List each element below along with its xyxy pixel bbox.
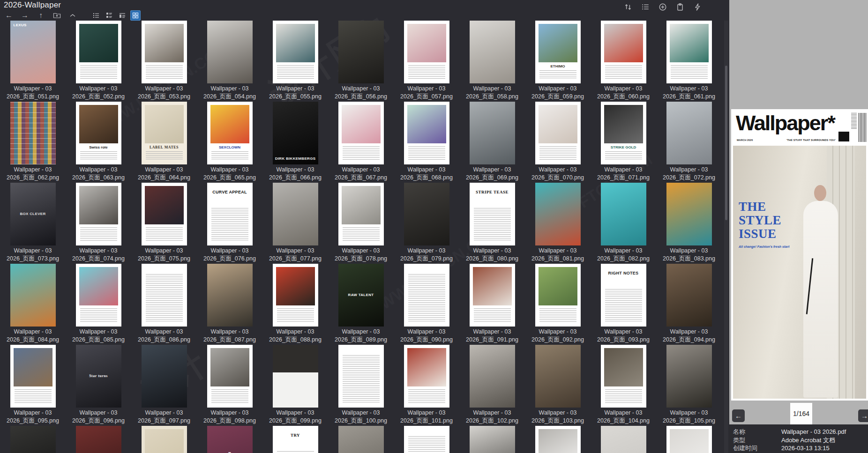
grid-item[interactable]: Wallpaper - 032026_页面_060.png [591,21,656,102]
grid-item[interactable]: Wallpaper - 032026_页面_107.png [66,426,131,453]
grid-item[interactable]: Wallpaper - 032026_页面_070.png [525,102,591,183]
file-name-line1: Wallpaper - 03 [132,409,196,417]
quick-actions-icon[interactable] [693,2,702,12]
grid-item[interactable]: Wallpaper - 032026_页面_068.png [394,102,459,183]
thumbnail-caption: TRY [274,433,317,438]
grid-item[interactable]: Wallpaper - 032026_页面_087.png [197,264,262,345]
grid-item[interactable]: Star turnsWallpaper - 032026_页面_096.png [66,345,131,426]
grid-item[interactable]: CURVE APPEALWallpaper - 032026_页面_076.pn… [197,183,262,264]
grid-item[interactable]: Wallpaper - 032026_页面_072.png [656,102,722,183]
grid-item[interactable]: SEXCLOWNWallpaper - 032026_页面_065.png [197,102,262,183]
grid-item[interactable]: Wallpaper - 032026_页面_055.png [262,21,328,102]
forward-button[interactable]: → [20,11,30,20]
grid-item[interactable]: Wallpaper - 032026_页面_062.png [0,102,66,183]
grid-item[interactable]: Wallpaper - 032026_页面_084.png [0,264,66,345]
grid-item[interactable]: Wallpaper - 032026_页面_079.png [394,183,459,264]
grid-item[interactable]: Wallpaper - 032026_页面_103.png [525,345,591,426]
grid-item[interactable]: Wallpaper - 032026_页面_091.png [459,264,525,345]
grid-item[interactable]: Wallpaper - 032026_页面_054.png [197,21,262,102]
grid-item[interactable]: BOX CLEVERWallpaper - 032026_页面_073.png [0,183,66,264]
grid-item[interactable]: Wallpaper - 032026_页面_092.png [525,264,591,345]
grid-item[interactable]: Wallpaper - 032026_页面_074.png [66,183,131,264]
grid-item[interactable]: Wallpaper - 032026_页面_083.png [656,183,722,264]
grid-item[interactable]: Wallpaper - 032026_页面_056.png [328,21,394,102]
grid-item[interactable]: STRIPE TEASEWallpaper - 032026_页面_080.pn… [459,183,525,264]
grid-item[interactable]: Wallpaper - 032026_页面_111.png [328,426,394,453]
grid-item[interactable]: Wallpaper - 032026_页面_106.png [0,426,66,453]
grid-item[interactable]: Wallpaper - 032026_页面_094.png [656,264,722,345]
grid-item[interactable]: Wallpaper - 032026_页面_098.png [197,345,262,426]
file-name-line2: 2026_页面_085.png [67,336,130,344]
file-name-line1: Wallpaper - 03 [67,85,130,93]
page-photo [79,24,118,62]
thumbnail-image: CURVE APPEAL [207,183,253,245]
grid-item[interactable]: Wallpaper - 032026_页面_105.png [656,345,722,426]
grid-item[interactable]: Wallpaper - 032026_页面_101.png [394,345,459,426]
grid-item[interactable]: Wallpaper - 032026_页面_053.png [131,21,197,102]
file-name-line1: Wallpaper - 03 [526,166,590,174]
grid-item[interactable]: DIRK BIKKEMBERGSWallpaper - 032026_页面_06… [262,102,328,183]
grid-item[interactable]: ✱Wallpaper - 032026_页面_109.png [197,426,262,453]
grid-item[interactable]: Wallpaper - 032026_页面_058.png [459,21,525,102]
grid-item[interactable]: Wallpaper - 032026_页面_112.png [394,426,459,453]
next-page-button[interactable]: → [858,409,868,422]
grid-item[interactable]: Wallpaper - 032026_页面_052.png [66,21,131,102]
file-name-line1: Wallpaper - 03 [263,85,327,93]
grid-item[interactable]: Wallpaper - 032026_页面_061.png [656,21,722,102]
thumbnail-caption: ✱ [209,451,251,453]
tiles-view-button[interactable] [104,10,114,21]
grid-item[interactable]: TRYWallpaper - 032026_页面_110.png [262,426,328,453]
grid-item[interactable]: STRIKE GOLDWallpaper - 032026_页面_071.png [591,102,656,183]
grid-item[interactable]: Wallpaper - 032026_页面_102.png [459,345,525,426]
text-lines [605,289,642,322]
paste-icon[interactable] [675,2,685,12]
grid-item[interactable]: Wallpaper - 032026_页面_104.png [591,345,656,426]
file-name-line1: Wallpaper - 03 [526,85,590,93]
large-icons-view-button[interactable] [130,10,141,21]
scrollbar-thumb[interactable] [725,66,727,220]
grid-item[interactable]: LABEL MATESWallpaper - 032026_页面_064.png [131,102,197,183]
grid-item[interactable]: RAW TALENTWallpaper - 032026_页面_089.png [328,264,394,345]
grid-item[interactable]: Wallpaper - 032026_页面_082.png [591,183,656,264]
grid-item[interactable]: Wallpaper - 032026_页面_090.png [394,264,459,345]
grid-item[interactable]: Wallpaper - 032026_页面_099.png [262,345,328,426]
grid-item[interactable]: ETHIMOWallpaper - 032026_页面_059.png [525,21,591,102]
grid-item[interactable]: Wallpaper - 032026_页面_075.png [131,183,197,264]
grid-item[interactable]: Wallpaper - 032026_页面_088.png [262,264,328,345]
grid-item[interactable]: Wallpaper - 032026_页面_085.png [66,264,131,345]
content-view-button[interactable] [117,10,127,21]
select-list-icon[interactable] [641,2,650,12]
chevron-up-icon[interactable] [67,11,78,20]
thumbnail-caption: Star turns [77,374,120,379]
sort-icon[interactable] [623,2,633,12]
grid-item[interactable]: Wallpaper - 032026_页面_086.png [131,264,197,345]
grid-item[interactable]: Wallpaper - 032026_页面_095.png [0,345,66,426]
grid-item[interactable]: Wallpaper - 032026_页面_114.png [525,426,591,453]
grid-item[interactable]: LEXUSWallpaper - 032026_页面_051.png [0,21,66,102]
folder-up-icon[interactable] [52,11,62,20]
grid-item[interactable]: Wallpaper - 032026_页面_069.png [459,102,525,183]
grid-item[interactable]: Wallpaper - 032026_页面_057.png [394,21,459,102]
grid-item[interactable]: Wallpaper - 032026_页面_108.png [131,426,197,453]
grid-item[interactable]: Wallpaper - 032026_页面_115.png [591,426,656,453]
grid-item[interactable]: Wallpaper - 032026_页面_077.png [262,183,328,264]
grid-item[interactable]: Wallpaper - 032026_页面_067.png [328,102,394,183]
back-button[interactable]: ← [4,11,14,20]
file-name-line2: 2026_页面_078.png [329,255,393,263]
new-item-icon[interactable] [658,2,667,12]
view-mode-group [91,10,141,21]
grid-item[interactable]: Swiss roleWallpaper - 032026_页面_063.png [66,102,131,183]
text-lines [474,208,511,241]
up-button[interactable]: ↑ [36,11,46,20]
file-name-line1: Wallpaper - 03 [1,247,65,255]
grid-item[interactable]: Wallpaper - 032026_页面_116.png [656,426,722,453]
previous-page-button[interactable]: ← [732,409,745,422]
details-view-button[interactable] [91,10,101,21]
grid-item[interactable]: RIGHT NOTESWallpaper - 032026_页面_093.png [591,264,656,345]
grid-item[interactable]: Wallpaper - 032026_页面_100.png [328,345,394,426]
grid-item[interactable]: Wallpaper - 032026_页面_097.png [131,345,197,426]
grid-item[interactable]: Wallpaper - 032026_页面_113.png [459,426,525,453]
grid-item[interactable]: Wallpaper - 032026_页面_081.png [525,183,591,264]
grid-item[interactable]: Wallpaper - 032026_页面_078.png [328,183,394,264]
thumbnail-image [207,21,253,83]
